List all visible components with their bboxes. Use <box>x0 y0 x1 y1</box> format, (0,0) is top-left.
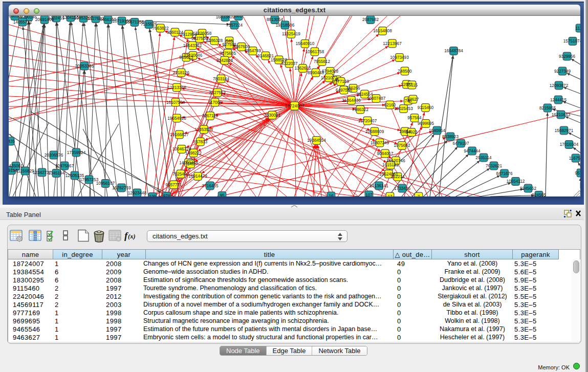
svg-text:12923448: 12923448 <box>128 191 147 195</box>
svg-text:21364436: 21364436 <box>342 98 361 103</box>
svg-text:9245652: 9245652 <box>520 186 536 191</box>
svg-text:7803144: 7803144 <box>213 77 229 81</box>
svg-text:9327508: 9327508 <box>191 36 208 41</box>
svg-text:12213369: 12213369 <box>167 85 186 90</box>
svg-text:2530021: 2530021 <box>264 113 280 118</box>
svg-text:95: 95 <box>220 193 225 196</box>
svg-text:1615132: 1615132 <box>382 163 399 167</box>
svg-text:107: 107 <box>365 193 373 196</box>
svg-text:417006: 417006 <box>208 100 222 105</box>
svg-text:11156829: 11156829 <box>16 169 34 173</box>
svg-text:10654112: 10654112 <box>507 179 525 184</box>
svg-text:8427552: 8427552 <box>209 91 226 95</box>
svg-text:1975692: 1975692 <box>394 143 410 148</box>
svg-text:18807249: 18807249 <box>371 141 389 145</box>
svg-text:15640910: 15640910 <box>296 41 315 46</box>
svg-text:3675685: 3675685 <box>220 51 236 56</box>
svg-text:19384554: 19384554 <box>307 138 326 143</box>
svg-text:116753: 116753 <box>569 156 580 161</box>
svg-text:15751074: 15751074 <box>563 39 580 43</box>
svg-text:17359924: 17359924 <box>67 150 86 155</box>
svg-text:1640954: 1640954 <box>429 128 445 133</box>
svg-text:8471676: 8471676 <box>496 171 513 176</box>
svg-text:23420046: 23420046 <box>184 53 203 58</box>
svg-text:93627: 93627 <box>407 97 419 102</box>
svg-text:14136141: 14136141 <box>369 184 388 188</box>
svg-text:17016504: 17016504 <box>560 142 579 147</box>
svg-text:9474444: 9474444 <box>464 149 481 154</box>
svg-text:7955812: 7955812 <box>314 59 330 64</box>
svg-text:8813054: 8813054 <box>267 17 283 22</box>
svg-text:19218506: 19218506 <box>276 23 295 28</box>
svg-text:16914479: 16914479 <box>188 174 207 179</box>
svg-text:8215955: 8215955 <box>539 106 556 111</box>
svg-text:12213967: 12213967 <box>383 41 402 46</box>
svg-text:6794028: 6794028 <box>322 69 338 74</box>
svg-text:7663822: 7663822 <box>153 26 169 31</box>
svg-text:16543362: 16543362 <box>183 43 202 48</box>
svg-text:(x): (x) <box>128 233 136 240</box>
svg-text:95753: 95753 <box>575 171 580 176</box>
svg-text:9699695: 9699695 <box>418 121 434 126</box>
svg-text:19654925: 19654925 <box>167 116 186 121</box>
svg-text:10973493: 10973493 <box>390 55 409 60</box>
svg-text:16210643: 16210643 <box>552 113 571 117</box>
svg-text:746266: 746266 <box>346 86 360 91</box>
svg-text:8186328: 8186328 <box>206 38 223 43</box>
svg-text:140: 140 <box>187 162 194 166</box>
svg-text:8322037: 8322037 <box>281 61 298 66</box>
svg-text:8854749: 8854749 <box>245 49 261 53</box>
svg-text:12093872: 12093872 <box>550 83 569 88</box>
svg-text:11353594: 11353594 <box>195 127 213 132</box>
svg-text:10025453: 10025453 <box>394 106 413 111</box>
svg-text:2290146: 2290146 <box>20 16 37 19</box>
svg-text:7625402: 7625402 <box>172 172 189 177</box>
svg-text:8938923: 8938923 <box>442 135 459 139</box>
svg-text:7357224: 7357224 <box>226 23 243 28</box>
svg-text:16107554: 16107554 <box>166 100 185 105</box>
svg-text:2935114: 2935114 <box>475 156 492 160</box>
svg-text:3267110: 3267110 <box>202 114 219 118</box>
svg-text:15720407: 15720407 <box>358 119 377 123</box>
svg-text:16: 16 <box>329 194 334 196</box>
svg-text:18724007: 18724007 <box>285 103 304 108</box>
svg-text:1733426: 1733426 <box>394 186 410 191</box>
svg-text:10975867: 10975867 <box>55 164 74 168</box>
svg-text:11325419: 11325419 <box>282 32 300 36</box>
svg-text:9657771: 9657771 <box>166 183 182 187</box>
svg-text:7986322: 7986322 <box>352 107 368 112</box>
svg-text:16033809: 16033809 <box>216 16 235 19</box>
svg-text:9115460: 9115460 <box>418 105 434 110</box>
svg-text:1498222: 1498222 <box>185 151 202 156</box>
svg-text:9777169: 9777169 <box>333 79 349 84</box>
svg-text:9084067: 9084067 <box>377 151 394 156</box>
svg-text:16648784: 16648784 <box>444 49 463 53</box>
svg-text:1244415: 1244415 <box>550 98 567 102</box>
svg-text:14055712: 14055712 <box>13 20 32 25</box>
svg-text:9227349: 9227349 <box>554 69 571 74</box>
svg-text:2687682: 2687682 <box>362 17 379 22</box>
svg-text:10688609: 10688609 <box>365 129 384 134</box>
svg-text:129: 129 <box>149 194 156 196</box>
svg-text:9242848: 9242848 <box>216 58 233 63</box>
svg-text:19166827: 19166827 <box>170 133 189 137</box>
svg-text:6479197: 6479197 <box>453 141 469 146</box>
svg-text:748500: 748500 <box>398 69 412 74</box>
svg-text:94923: 94923 <box>406 130 418 135</box>
svg-text:7: 7 <box>418 194 420 196</box>
svg-text:17: 17 <box>387 194 393 196</box>
svg-text:857833: 857833 <box>193 140 208 144</box>
svg-text:978: 978 <box>163 194 170 196</box>
svg-text:20206576: 20206576 <box>45 153 63 158</box>
svg-text:881: 881 <box>235 16 242 18</box>
svg-text:957564: 957564 <box>407 116 422 120</box>
svg-text:252214: 252214 <box>390 174 405 179</box>
svg-text:3716485: 3716485 <box>202 184 219 188</box>
svg-text:20053346: 20053346 <box>75 64 94 69</box>
svg-text:1345194: 1345194 <box>48 171 64 176</box>
svg-text:16782759: 16782759 <box>112 186 131 190</box>
svg-text:10807487: 10807487 <box>367 96 386 101</box>
svg-text:13226058: 13226058 <box>193 31 212 36</box>
svg-text:9329966: 9329966 <box>559 54 575 59</box>
svg-text:10961758: 10961758 <box>306 50 324 54</box>
